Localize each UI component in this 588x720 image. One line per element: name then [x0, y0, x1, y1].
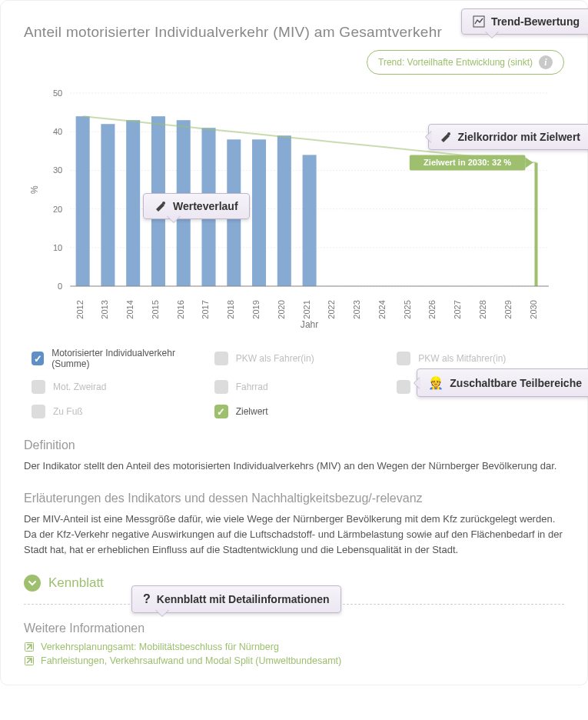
callout-trend: Trend-Bewertung — [461, 8, 588, 35]
external-link[interactable]: Fahrleistungen, Verkehrsaufwand und Moda… — [24, 655, 564, 666]
svg-point-2 — [162, 202, 165, 205]
legend-item[interactable]: PKW als Fahrer(in) — [214, 348, 382, 369]
svg-text:2012: 2012 — [75, 300, 85, 319]
legend-label: PKW als Fahrer(in) — [236, 353, 314, 364]
telescope-icon — [154, 200, 167, 212]
svg-text:2015: 2015 — [151, 300, 160, 319]
svg-text:2019: 2019 — [251, 300, 261, 319]
svg-text:2027: 2027 — [453, 300, 462, 319]
svg-rect-44 — [277, 135, 291, 286]
trend-text: Trend: Vorteilhafte Entwicklung (sinkt) — [378, 57, 533, 68]
checkbox-icon: ✓ — [32, 352, 44, 365]
svg-text:2029: 2029 — [503, 300, 513, 319]
explanation-text: Der MIV-Anteil ist eine Messgröße dafür,… — [24, 512, 564, 558]
svg-text:2028: 2028 — [478, 300, 487, 319]
svg-text:2023: 2023 — [352, 300, 361, 319]
chevron-down-icon — [24, 575, 41, 592]
chart-icon — [473, 15, 485, 28]
external-link[interactable]: Verkehrsplanungsamt: Mobilitätsbeschluss… — [24, 642, 564, 652]
svg-text:2026: 2026 — [427, 300, 437, 319]
legend-label: Zielwert — [236, 406, 268, 417]
svg-text:2013: 2013 — [100, 300, 109, 319]
link-label: Fahrleistungen, Verkehrsaufwand und Moda… — [41, 655, 341, 666]
legend-label: Motorisierter Individualverkehr (Summe) — [51, 348, 199, 369]
telescope-icon — [440, 131, 452, 143]
question-icon: ? — [143, 592, 151, 606]
callout-teil: 👷 Zuschaltbare Teilbereiche — [417, 368, 588, 397]
svg-rect-45 — [303, 155, 317, 286]
legend-item[interactable]: ✓Motorisierter Individualverkehr (Summe) — [32, 348, 199, 369]
trend-badge: Trend: Vorteilhafte Entwicklung (sinkt) … — [367, 50, 564, 75]
svg-rect-37 — [101, 124, 115, 286]
legend-label: Mot. Zweirad — [53, 382, 106, 392]
svg-text:2016: 2016 — [176, 300, 185, 319]
svg-text:%: % — [29, 185, 40, 194]
svg-text:50: 50 — [53, 88, 62, 98]
checkbox-icon — [214, 352, 228, 365]
callout-label: Zielkorridor mit Zielwert — [458, 131, 580, 143]
svg-rect-38 — [126, 120, 140, 286]
info-icon[interactable]: i — [539, 55, 553, 69]
svg-text:2022: 2022 — [327, 300, 336, 319]
person-icon: 👷 — [428, 375, 443, 390]
legend-item[interactable]: Fahrrad — [214, 380, 382, 394]
definition-text: Der Indikator stellt den Anteil des moto… — [24, 458, 564, 474]
svg-text:2024: 2024 — [377, 300, 387, 319]
checkbox-icon: ✓ — [214, 405, 228, 418]
svg-text:2025: 2025 — [403, 300, 412, 319]
svg-text:10: 10 — [53, 243, 62, 252]
external-link-icon — [24, 642, 35, 652]
legend-item[interactable]: ✓Zielwert — [214, 405, 382, 418]
callout-werte: Werteverlauf — [143, 193, 250, 219]
svg-text:2021: 2021 — [302, 300, 311, 319]
callout-label: Kennblatt mit Detailinformationen — [157, 593, 330, 605]
links-list: Verkehrsplanungsamt: Mobilitätsbeschluss… — [24, 642, 564, 666]
svg-text:20: 20 — [53, 205, 62, 214]
svg-text:2017: 2017 — [201, 300, 211, 319]
checkbox-icon — [397, 352, 410, 365]
svg-point-1 — [447, 132, 450, 135]
svg-text:2030: 2030 — [529, 300, 538, 319]
checkbox-icon — [32, 405, 45, 418]
kennblatt-label: Kennblatt — [48, 575, 104, 591]
svg-text:0: 0 — [58, 282, 62, 291]
svg-text:2014: 2014 — [125, 300, 135, 319]
legend-label: Zu Fuß — [53, 406, 83, 417]
callout-label: Trend-Bewertung — [491, 15, 580, 28]
callout-label: Werteverlauf — [173, 200, 238, 212]
callout-label: Zuschaltbare Teilbereiche — [450, 377, 582, 389]
svg-rect-36 — [76, 116, 90, 286]
svg-rect-43 — [252, 139, 266, 286]
svg-text:Zielwert in 2030: 32 %: Zielwert in 2030: 32 % — [424, 158, 511, 167]
chart-svg: 01020304050%2012201320142015201620172018… — [24, 85, 564, 332]
checkbox-icon — [214, 380, 228, 394]
link-label: Verkehrsplanungsamt: Mobilitätsbeschluss… — [41, 642, 279, 652]
svg-text:2020: 2020 — [277, 300, 286, 319]
legend-label: PKW als Mitfahrer(in) — [418, 353, 506, 364]
section-heading-more: Weitere Informationen — [24, 622, 564, 635]
indicator-card: Trend-Bewertung Zielkorridor mit Zielwer… — [0, 0, 588, 685]
svg-text:30: 30 — [53, 165, 62, 175]
section-heading-definition: Definition — [24, 438, 564, 452]
svg-text:Jahr: Jahr — [301, 319, 318, 330]
section-heading-explanation: Erläuterungen des Indikators und dessen … — [24, 492, 564, 505]
legend-label: Fahrrad — [236, 382, 268, 392]
legend-item[interactable]: Mot. Zweirad — [32, 380, 199, 394]
legend-item[interactable]: PKW als Mitfahrer(in) — [397, 348, 564, 369]
callout-ziel: Zielkorridor mit Zielwert — [428, 124, 588, 150]
checkbox-icon — [32, 380, 45, 394]
legend-item[interactable]: Zu Fuß — [32, 405, 199, 418]
external-link-icon — [24, 655, 35, 666]
svg-text:40: 40 — [53, 127, 62, 136]
svg-text:2018: 2018 — [226, 300, 235, 319]
chart: 01020304050%2012201320142015201620172018… — [24, 85, 564, 332]
callout-kenn: ? Kennblatt mit Detailinformationen — [131, 585, 341, 613]
